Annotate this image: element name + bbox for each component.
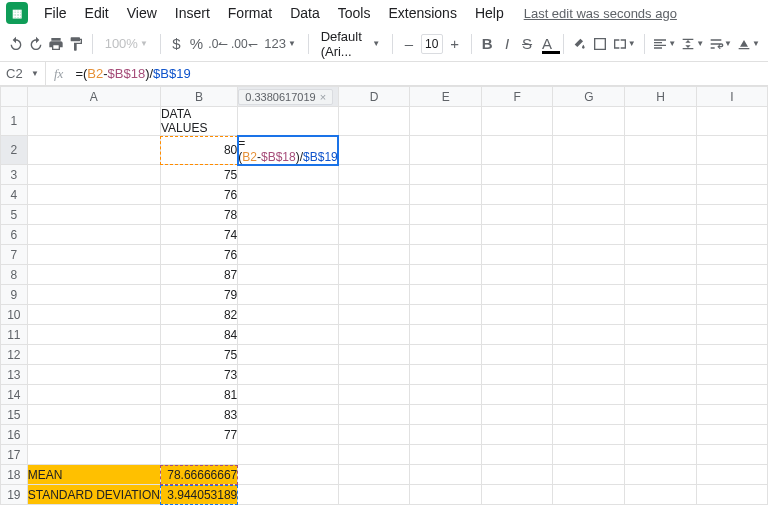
cell[interactable]: 87	[160, 265, 237, 285]
cell[interactable]	[338, 165, 410, 185]
cell[interactable]	[553, 305, 625, 325]
col-head-e[interactable]: E	[410, 87, 482, 107]
decrease-decimal-button[interactable]: .0↼	[208, 32, 228, 56]
cell[interactable]	[238, 285, 338, 305]
cell[interactable]	[338, 265, 410, 285]
cell[interactable]	[338, 285, 410, 305]
cell[interactable]	[625, 285, 697, 305]
cell[interactable]	[481, 385, 553, 405]
undo-button[interactable]	[8, 32, 24, 56]
cell[interactable]	[410, 265, 482, 285]
cell[interactable]: 74	[160, 225, 237, 245]
row-head[interactable]: 14	[1, 385, 28, 405]
cell[interactable]	[625, 485, 697, 505]
cell[interactable]	[27, 305, 160, 325]
cell[interactable]	[696, 385, 767, 405]
cell[interactable]	[481, 245, 553, 265]
col-head-g[interactable]: G	[553, 87, 625, 107]
cell[interactable]	[625, 345, 697, 365]
cell[interactable]	[625, 136, 697, 165]
cell[interactable]	[338, 485, 410, 505]
print-button[interactable]	[48, 32, 64, 56]
cell[interactable]	[410, 205, 482, 225]
row-head[interactable]: 12	[1, 345, 28, 365]
cell[interactable]	[481, 285, 553, 305]
col-head-a[interactable]: A	[27, 87, 160, 107]
cell[interactable]	[410, 165, 482, 185]
menu-file[interactable]: File	[36, 3, 75, 23]
row-head[interactable]: 7	[1, 245, 28, 265]
cell[interactable]	[696, 365, 767, 385]
cell[interactable]	[410, 225, 482, 245]
number-format-select[interactable]: 123▼	[260, 36, 300, 51]
text-color-button[interactable]: A	[539, 32, 555, 56]
cell[interactable]	[625, 165, 697, 185]
cell[interactable]	[410, 345, 482, 365]
borders-button[interactable]	[592, 32, 608, 56]
cell[interactable]	[696, 305, 767, 325]
row-head[interactable]: 10	[1, 305, 28, 325]
cell[interactable]: STANDARD DEVIATION	[27, 485, 160, 505]
cell[interactable]	[696, 225, 767, 245]
cell[interactable]	[238, 325, 338, 345]
cell[interactable]	[27, 345, 160, 365]
cell[interactable]	[27, 265, 160, 285]
cell[interactable]: 83	[160, 405, 237, 425]
cell[interactable]	[625, 465, 697, 485]
cell[interactable]	[696, 185, 767, 205]
cell[interactable]	[410, 107, 482, 136]
zoom-select[interactable]: 100%▼	[101, 36, 152, 51]
cell[interactable]	[553, 285, 625, 305]
cell[interactable]	[410, 405, 482, 425]
cell[interactable]	[27, 405, 160, 425]
menu-insert[interactable]: Insert	[167, 3, 218, 23]
cell[interactable]: 78.66666667	[160, 465, 237, 485]
menu-edit[interactable]: Edit	[77, 3, 117, 23]
cell[interactable]	[625, 107, 697, 136]
cell-editing[interactable]: =(B2-$B$18)/$B$19	[238, 136, 338, 165]
cell[interactable]	[238, 245, 338, 265]
cell[interactable]	[338, 365, 410, 385]
cell[interactable]	[625, 365, 697, 385]
cell[interactable]	[238, 205, 338, 225]
italic-button[interactable]: I	[499, 32, 515, 56]
cell[interactable]	[696, 165, 767, 185]
cell[interactable]	[553, 345, 625, 365]
font-size-increase[interactable]: +	[447, 32, 463, 56]
cell[interactable]	[553, 485, 625, 505]
cell[interactable]	[625, 325, 697, 345]
cell[interactable]	[481, 345, 553, 365]
row-head[interactable]: 13	[1, 365, 28, 385]
cell[interactable]: 75	[160, 345, 237, 365]
cell[interactable]	[238, 345, 338, 365]
cell[interactable]	[27, 136, 160, 165]
percent-button[interactable]: %	[188, 32, 204, 56]
cell[interactable]	[625, 245, 697, 265]
cell[interactable]	[238, 365, 338, 385]
cell[interactable]	[27, 285, 160, 305]
v-align-button[interactable]: ▼	[680, 32, 704, 56]
cell[interactable]	[27, 385, 160, 405]
cell[interactable]	[481, 265, 553, 285]
cell[interactable]	[553, 185, 625, 205]
cell[interactable]	[410, 365, 482, 385]
font-family-select[interactable]: Default (Ari...▼	[317, 29, 385, 59]
cell[interactable]	[238, 165, 338, 185]
cell[interactable]	[625, 445, 697, 465]
select-all-corner[interactable]	[1, 87, 28, 107]
row-head[interactable]: 6	[1, 225, 28, 245]
cell[interactable]	[27, 225, 160, 245]
strikethrough-button[interactable]: S	[519, 32, 535, 56]
cell[interactable]	[338, 185, 410, 205]
cell[interactable]	[481, 107, 553, 136]
row-head[interactable]: 8	[1, 265, 28, 285]
cell[interactable]	[338, 385, 410, 405]
cell[interactable]	[696, 485, 767, 505]
cell[interactable]	[338, 405, 410, 425]
cell[interactable]	[625, 425, 697, 445]
cell[interactable]	[27, 445, 160, 465]
cell[interactable]	[338, 107, 410, 136]
cell[interactable]	[27, 205, 160, 225]
cell[interactable]	[410, 385, 482, 405]
row-head[interactable]: 2	[1, 136, 28, 165]
